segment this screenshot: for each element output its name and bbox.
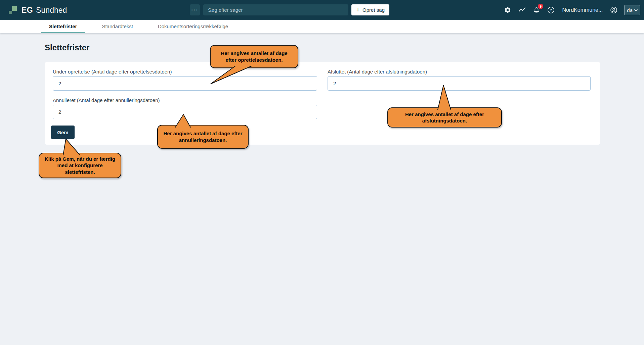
settings-gear-icon[interactable] [504, 6, 512, 14]
chevron-down-icon [634, 9, 638, 11]
language-code: da [627, 7, 633, 13]
create-case-button[interactable]: + Opret sag [351, 4, 389, 15]
logo-square-large [12, 6, 17, 11]
page-title: Slettefrister [45, 43, 89, 52]
tab-slettefrister[interactable]: Slettefrister [41, 20, 85, 33]
account-person-icon[interactable] [610, 6, 618, 14]
svg-text:?: ? [550, 8, 552, 12]
save-button[interactable]: Gem [51, 126, 75, 139]
afsluttet-input[interactable] [328, 76, 591, 91]
search-input[interactable] [203, 4, 348, 15]
plus-icon: + [356, 7, 360, 13]
callout-afslutningsdato: Her angives antallet af dage efter afslu… [387, 107, 502, 128]
tab-dokumentsorteringsraekkefoelge[interactable]: Dokumentsorteringsrækkefølge [150, 20, 236, 33]
afsluttet-label: Afsluttet (Antal dage efter afslutningsd… [328, 69, 427, 75]
under-oprettelse-input[interactable] [53, 76, 317, 91]
help-icon[interactable]: ? [547, 6, 555, 14]
callout-annulleringsdato: Her angives antallet af dage efter annul… [157, 125, 249, 149]
tab-standardtekst[interactable]: Standardtekst [94, 20, 141, 33]
annulleret-input[interactable] [53, 105, 317, 119]
section-tab-bar: Slettefrister Standardtekst Dokumentsort… [0, 20, 644, 33]
brand-product-label: Sundhed [36, 6, 67, 15]
activity-trend-icon[interactable] [518, 6, 526, 14]
eg-logo-icon [8, 5, 18, 15]
tenant-name[interactable]: NordKommune... [561, 7, 603, 13]
language-selector[interactable]: da [624, 5, 640, 15]
top-navigation-bar: EG Sundhed ··· + Opret sag 9 [0, 0, 644, 20]
notifications-bell-icon[interactable]: 9 [532, 6, 541, 14]
topbar-right-cluster: 9 ? NordKommune... da [504, 0, 640, 20]
more-options-button[interactable]: ··· [190, 4, 200, 15]
notification-count-badge: 9 [538, 4, 543, 9]
annulleret-label: Annulleret (Antal dage efter annullering… [53, 97, 160, 103]
callout-oprettelsesdato: Her angives antallet af dage efter opret… [210, 45, 298, 68]
app-brand: EG Sundhed [8, 0, 67, 20]
under-oprettelse-label: Under oprettelse (Antal dage efter opret… [53, 69, 172, 75]
logo-square-small [9, 11, 12, 14]
slettefrister-form-card: Under oprettelse (Antal dage efter opret… [45, 62, 600, 145]
create-case-label: Opret sag [362, 7, 385, 13]
callout-gem-instruktion: Klik på Gem, når du er færdig med at kon… [39, 153, 121, 178]
brand-eg-label: EG [22, 6, 33, 15]
